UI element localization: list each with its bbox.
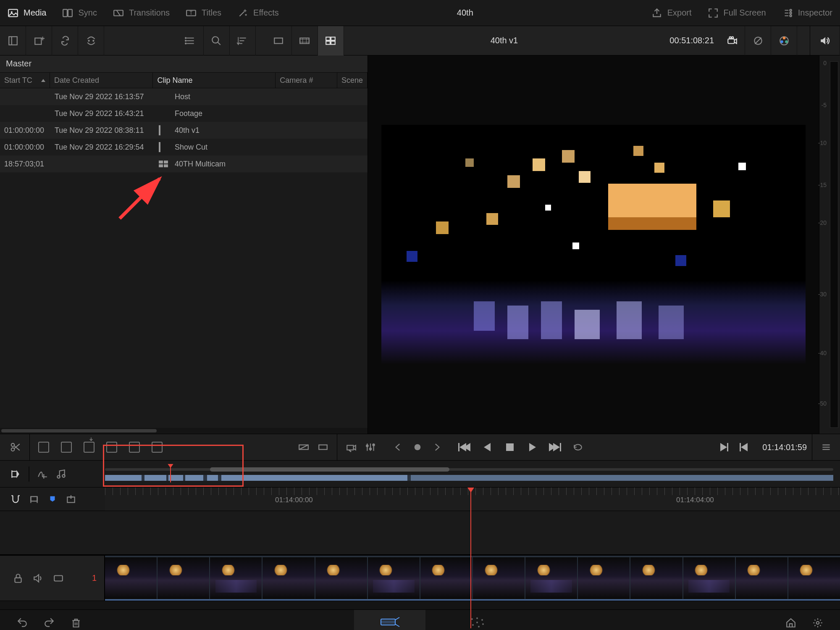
tools-button[interactable]: [346, 442, 357, 453]
stop-button[interactable]: [504, 442, 515, 453]
viewer-canvas[interactable]: [368, 55, 819, 434]
cut-button[interactable]: [318, 442, 328, 453]
go-end-button[interactable]: [719, 442, 730, 453]
record-marker-button[interactable]: [412, 442, 423, 453]
audio-trim-button[interactable]: [37, 469, 48, 480]
redo-button[interactable]: [44, 617, 55, 628]
source-timecode[interactable]: 00:51:08:21: [669, 36, 714, 45]
play-button[interactable]: [527, 442, 538, 453]
fullscreen-button[interactable]: Full Screen: [708, 8, 766, 18]
export-button[interactable]: Export: [651, 8, 692, 18]
col-start-tc[interactable]: Start TC: [0, 73, 50, 88]
next-marker-button[interactable]: [431, 442, 442, 453]
sliders-button[interactable]: [365, 442, 376, 453]
video-track: 1: [0, 555, 840, 601]
jump-first-button[interactable]: [459, 442, 470, 453]
sort-button[interactable]: [230, 26, 256, 55]
bin-view-button[interactable]: [0, 26, 26, 55]
svg-point-26: [731, 37, 733, 38]
svg-point-13: [93, 40, 94, 41]
svg-rect-47: [54, 575, 63, 581]
svg-point-16: [185, 43, 186, 44]
media-pool-scrollbar[interactable]: [0, 428, 368, 434]
tab-effects-label: Effects: [253, 8, 279, 18]
marker-button[interactable]: [29, 494, 39, 505]
col-date[interactable]: Date Created: [50, 73, 153, 88]
lock-track-button[interactable]: [13, 573, 24, 584]
col-camera[interactable]: Camera #: [276, 73, 337, 88]
mute-track-button[interactable]: [33, 573, 44, 584]
col-scene[interactable]: Scene: [337, 73, 368, 88]
smart-insert-button[interactable]: [38, 442, 49, 453]
clip-row[interactable]: 01:00:00:00 Tue Nov 29 2022 08:38:11 40t…: [0, 122, 368, 139]
top-menu: Media Sync Transitions T Titles Effects …: [0, 0, 840, 26]
prev-marker-button[interactable]: [393, 442, 404, 453]
ripple-overwrite-button[interactable]: [84, 442, 94, 453]
timeline-menu-button[interactable]: [821, 442, 832, 453]
snap-button[interactable]: [10, 494, 21, 505]
home-button[interactable]: [785, 617, 796, 628]
svg-point-31: [780, 40, 783, 43]
music-button[interactable]: [55, 469, 66, 480]
list-view-button[interactable]: [178, 26, 204, 55]
color-wheel-icon[interactable]: [771, 26, 797, 55]
split-tool-button[interactable]: [10, 442, 21, 453]
tab-sync-label: Sync: [78, 8, 97, 18]
sync-bin-button[interactable]: [52, 26, 78, 55]
append-button[interactable]: [61, 442, 72, 453]
bin-path[interactable]: Master: [0, 55, 368, 72]
svg-point-30: [785, 40, 788, 43]
tab-media[interactable]: Media: [8, 8, 46, 18]
inspector-button[interactable]: Inspector: [782, 8, 832, 18]
video-track-button[interactable]: [53, 573, 64, 584]
mute-button[interactable]: [810, 26, 840, 55]
closeup-button[interactable]: [106, 442, 117, 453]
clip-row[interactable]: Tue Nov 29 2022 16:13:57 Host: [0, 88, 368, 105]
timeline-mode-button[interactable]: [318, 26, 344, 55]
dissolve-button[interactable]: [298, 442, 309, 453]
clip-row[interactable]: Tue Nov 29 2022 16:43:21 Footage: [0, 105, 368, 122]
timeline-ruler[interactable]: 01:14:00:00 01:14:04:00: [105, 488, 840, 511]
add-marker-button[interactable]: [66, 494, 76, 505]
delete-button[interactable]: [71, 617, 81, 628]
svg-rect-46: [15, 577, 21, 582]
ruler-label: 01:14:04:00: [676, 496, 714, 504]
place-on-top-button[interactable]: [129, 442, 140, 453]
source-tape-button[interactable]: [78, 26, 104, 55]
camera-lut-button[interactable]: [719, 26, 745, 55]
go-start-button[interactable]: [738, 442, 749, 453]
preview-image: [381, 125, 806, 364]
step-back-button[interactable]: [482, 442, 493, 453]
loop-button[interactable]: [572, 442, 583, 453]
tab-sync[interactable]: Sync: [62, 8, 97, 18]
jump-last-button[interactable]: [550, 442, 561, 453]
mini-timeline[interactable]: [105, 466, 833, 482]
track-clips[interactable]: [105, 556, 840, 601]
source-overwrite-button[interactable]: [152, 442, 163, 453]
bypass-grades-button[interactable]: [745, 26, 771, 55]
clip-row[interactable]: 01:00:00:00 Tue Nov 29 2022 16:29:54 Sho…: [0, 139, 368, 156]
track-header[interactable]: 1: [0, 556, 105, 601]
col-clip-name[interactable]: Clip Name: [153, 73, 276, 88]
trim-mode-button[interactable]: [10, 469, 21, 480]
svg-point-53: [478, 626, 480, 627]
tab-titles[interactable]: T Titles: [186, 8, 221, 18]
search-button[interactable]: [204, 26, 230, 55]
mini-playhead-icon[interactable]: [170, 466, 171, 482]
source-mode-button[interactable]: [266, 26, 292, 55]
svg-point-41: [414, 444, 420, 451]
clip-row[interactable]: 18:57:03;01 40TH Multicam: [0, 156, 368, 172]
record-timecode[interactable]: 01:14:01:59: [762, 443, 807, 452]
undo-button[interactable]: [17, 617, 28, 628]
flag-button[interactable]: [47, 494, 58, 505]
multicam-mode-button[interactable]: [292, 26, 318, 55]
edit-page-tab[interactable]: [441, 610, 513, 630]
settings-button[interactable]: [812, 617, 823, 628]
cut-page-tab[interactable]: [354, 610, 425, 630]
viewer-clip-title[interactable]: 40th v1: [491, 36, 518, 45]
svg-point-15: [185, 40, 186, 41]
tab-effects[interactable]: Effects: [237, 8, 279, 18]
import-media-button[interactable]: [26, 26, 52, 55]
svg-rect-37: [347, 445, 353, 450]
tab-transitions[interactable]: Transitions: [113, 8, 170, 18]
